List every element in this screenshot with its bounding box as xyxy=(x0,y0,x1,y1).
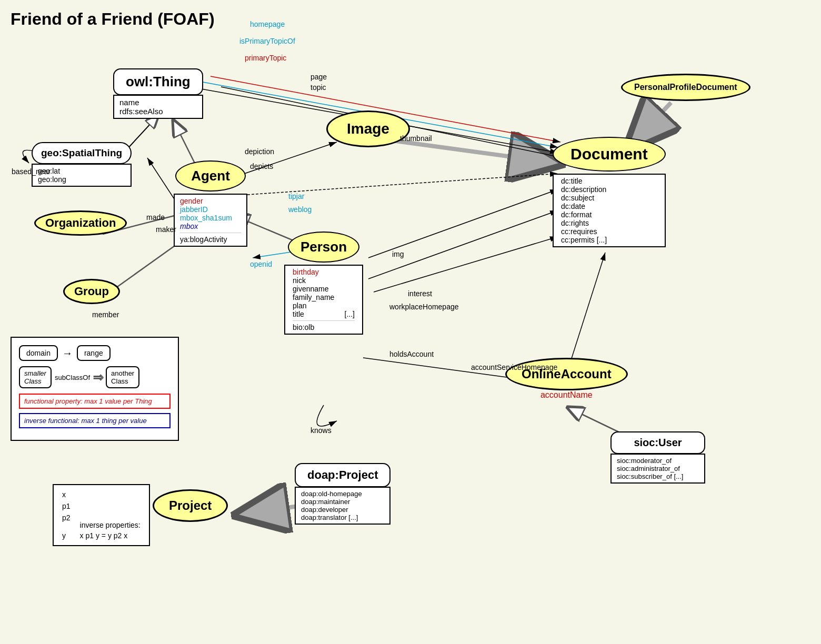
ppd-node: PersonalProfileDocument xyxy=(621,74,750,101)
agent-label: Agent xyxy=(175,160,246,192)
legend-hollow-arrow: ⇒ xyxy=(93,370,104,385)
svg-line-8 xyxy=(384,139,558,163)
legend-range: range xyxy=(77,345,111,361)
legend-box: domain → range smallerClass subClassOf ⇒… xyxy=(11,337,179,441)
label-knows: knows xyxy=(311,426,332,435)
label-primaryTopic: primaryTopic xyxy=(245,54,286,62)
svg-line-16 xyxy=(368,189,558,258)
doap-project-node: doap:Project doap:old-homepage doap:main… xyxy=(295,463,391,525)
inverse-props-formula: x p1 y = y p2 x xyxy=(80,531,141,540)
sioc-user-label: sioc:User xyxy=(610,431,705,454)
agent-node: Agent gender jabberID mbox_sha1sum mbox … xyxy=(174,160,247,247)
owl-thing-label: owl:Thing xyxy=(113,68,203,95)
legend-subclass-row: smallerClass subClassOf ⇒ anotherClass xyxy=(19,366,171,388)
svg-line-13 xyxy=(568,253,605,368)
agent-props: gender jabberID mbox_sha1sum mbox ya:blo… xyxy=(174,194,247,247)
document-node: Document dc:title dc:description dc:subj… xyxy=(553,137,666,247)
label-homepage: homepage xyxy=(250,20,285,28)
legend-arrow: → xyxy=(62,347,73,359)
sioc-user-props: sioc:moderator_of sioc:administrator_of … xyxy=(610,454,705,484)
label-page: page xyxy=(311,73,327,81)
group-node: Group xyxy=(63,279,120,304)
label-depiction: depiction xyxy=(245,147,274,156)
person-props: birthday nick givenname family_name plan… xyxy=(284,265,363,335)
legend-inverse-func: inverse functional: max 1 thing per valu… xyxy=(19,413,171,428)
label-workplaceHomepage: workplaceHomepage xyxy=(389,303,459,311)
label-tipjar: tipjar xyxy=(288,192,304,200)
legend-domain: domain xyxy=(19,345,58,361)
online-account-props: accountName xyxy=(505,390,628,400)
group-label: Group xyxy=(63,279,120,304)
label-topic: topic xyxy=(311,83,326,92)
svg-line-11 xyxy=(374,237,558,292)
legend-smaller-class: smallerClass xyxy=(19,366,52,388)
document-props: dc:title dc:description dc:subject dc:da… xyxy=(553,174,666,247)
ppd-label: PersonalProfileDocument xyxy=(621,74,750,101)
label-member: member xyxy=(92,310,119,319)
person-node: Person birthday nick givenname family_na… xyxy=(284,232,363,335)
label-interest: interest xyxy=(408,289,432,298)
legend-another-class: anotherClass xyxy=(106,366,139,388)
svg-line-15 xyxy=(247,174,558,195)
person-label: Person xyxy=(288,232,359,263)
label-made: made xyxy=(146,213,165,222)
project-label: Project xyxy=(153,489,228,522)
geo-spatial-node: geo:SpatialThing geo:lat geo:long xyxy=(32,142,132,187)
organization-node: Organization xyxy=(34,210,127,236)
organization-label: Organization xyxy=(34,210,127,236)
label-depicts: depicts xyxy=(250,162,273,170)
inverse-props-title: inverse properties: xyxy=(80,521,141,529)
sioc-user-node: sioc:User sioc:moderator_of sioc:adminis… xyxy=(610,431,705,484)
owl-thing-props: name rdfs:seeAlso xyxy=(113,95,203,119)
label-based-near: based_near xyxy=(12,167,51,176)
doap-project-label: doap:Project xyxy=(295,463,391,487)
document-label: Document xyxy=(553,137,666,172)
inverse-props-box: x p1 p2 y inverse properties: x p1 y = y… xyxy=(53,484,150,546)
geo-spatial-label: geo:SpatialThing xyxy=(32,142,132,164)
doap-project-props: doap:old-homepage doap:maintainer doap:d… xyxy=(295,487,391,525)
label-thumbnail: thumbnail xyxy=(400,134,432,143)
legend-subclassof-label: subClassOf xyxy=(55,374,90,381)
label-weblog: weblog xyxy=(288,205,312,214)
image-node: Image xyxy=(326,110,410,147)
image-label: Image xyxy=(326,110,410,147)
legend-functional: functional property: max 1 value per Thi… xyxy=(19,394,171,409)
legend-domain-range-row: domain → range xyxy=(19,345,171,361)
owl-thing-node: owl:Thing name rdfs:seeAlso xyxy=(113,68,203,119)
label-openid: openid xyxy=(250,260,272,268)
label-img: img xyxy=(392,250,404,258)
label-maker: maker xyxy=(156,225,176,234)
project-node: Project xyxy=(153,489,228,522)
page-title: Friend of a Friend (FOAF) xyxy=(11,9,215,29)
label-isPrimaryTopicOf: isPrimaryTopicOf xyxy=(239,37,295,45)
label-accountServiceHomepage: accountServiceHomepage xyxy=(471,363,557,371)
label-holdsAccount: holdsAccount xyxy=(389,350,434,358)
svg-line-10 xyxy=(368,210,558,279)
